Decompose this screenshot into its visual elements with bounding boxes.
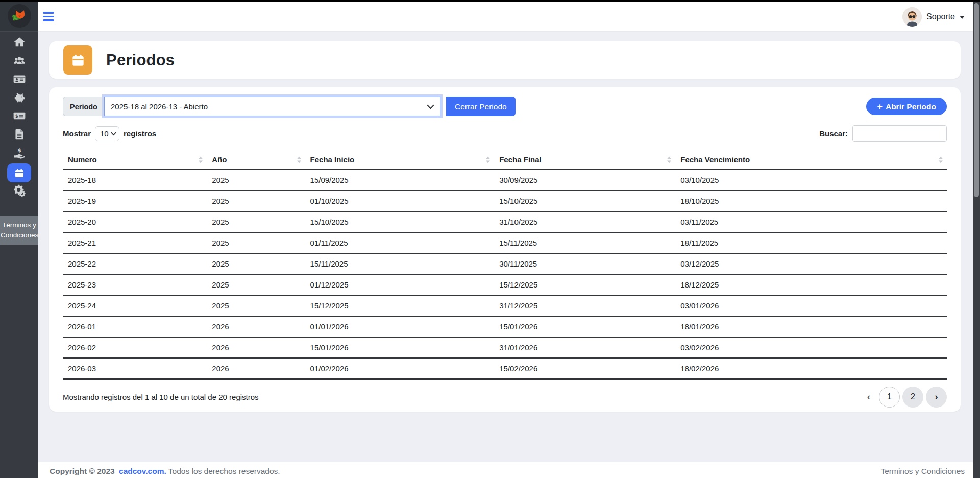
scrollbar-thumb[interactable]	[974, 3, 979, 197]
table-row: 2026-02202615/01/202631/01/202603/02/202…	[63, 337, 947, 358]
plus-icon: +	[877, 102, 883, 111]
table-cell: 31/10/2025	[494, 211, 675, 232]
pagination-prev-button[interactable]: ‹	[861, 387, 876, 408]
page-footer: Copyright © 2023 cadcov.com. Todos los d…	[38, 462, 980, 478]
table-cell: 01/12/2025	[305, 274, 495, 295]
table-cell: 2025	[207, 253, 305, 274]
period-select[interactable]: 2025-18 al 2026-13 - Abierto	[104, 97, 440, 116]
table-cell: 2025-22	[63, 253, 207, 274]
table-cell: 2025	[207, 211, 305, 232]
table-cell: 18/12/2025	[675, 274, 947, 295]
sidebar-item-payments[interactable]: $	[0, 110, 38, 124]
table-row: 2025-22202515/11/202530/11/202503/12/202…	[63, 253, 947, 274]
pagination-next-button[interactable]: ›	[926, 387, 947, 408]
table-cell: 15/01/2026	[494, 316, 675, 337]
table-cell: 2025-24	[63, 295, 207, 316]
table-cell: 2026-02	[63, 337, 207, 358]
pagination-page-1[interactable]: 1	[879, 387, 900, 408]
top-navbar: Soporte	[38, 2, 980, 32]
table-cell: 2026	[207, 316, 305, 337]
table-cell: 18/10/2025	[675, 190, 947, 211]
table-cell: 2025-20	[63, 211, 207, 232]
pagination-page-2[interactable]: 2	[902, 387, 923, 408]
table-header-row: Numero Año Fecha Inicio Fecha Final	[63, 150, 947, 170]
records-label: registros	[124, 129, 156, 138]
table-cell: 18/02/2026	[675, 358, 947, 379]
sort-icon	[486, 156, 490, 163]
page-scrollbar[interactable]	[973, 0, 980, 478]
table-cell: 03/01/2026	[675, 295, 947, 316]
period-selector-row: Periodo 2025-18 al 2026-13 - Abierto Cer…	[63, 97, 947, 116]
calendar-icon	[63, 45, 92, 75]
sidebar-item-home[interactable]	[0, 37, 38, 50]
table-cell: 2025	[207, 190, 305, 211]
search-input[interactable]	[852, 125, 947, 142]
piggy-bank-icon	[13, 91, 26, 106]
table-row: 2026-01202601/01/202615/01/202618/01/202…	[63, 316, 947, 337]
sort-icon	[667, 156, 671, 163]
column-header-ano[interactable]: Año	[207, 150, 305, 170]
table-cell: 2026-01	[63, 316, 207, 337]
table-cell: 31/01/2026	[494, 337, 675, 358]
window-top-edge	[0, 0, 980, 2]
page-title: Periodos	[106, 51, 175, 69]
table-row: 2025-19202501/10/202515/10/202518/10/202…	[63, 190, 947, 211]
show-label: Mostrar	[63, 129, 91, 138]
svg-text:$: $	[15, 114, 18, 119]
brand-logo[interactable]	[0, 0, 38, 32]
fox-money-logo-icon	[8, 4, 31, 28]
table-cell: 15/11/2025	[305, 253, 495, 274]
sidebar-item-savings[interactable]	[0, 92, 38, 105]
table-cell: 01/11/2025	[305, 232, 495, 253]
page-size-select[interactable]: 10	[95, 126, 119, 141]
user-dropdown[interactable]: Soporte	[902, 7, 965, 27]
close-period-button[interactable]: Cerrar Periodo	[446, 97, 516, 116]
column-header-fecha-vencimiento[interactable]: Fecha Vencimiento	[675, 150, 947, 170]
page-size-select-wrap: 10	[95, 126, 119, 141]
open-period-button[interactable]: + Abrir Periodo	[866, 98, 947, 115]
sidebar-item-settings[interactable]	[0, 185, 38, 198]
table-cell: 15/01/2026	[305, 337, 495, 358]
column-header-numero[interactable]: Numero	[63, 150, 207, 170]
periods-card: Periodo 2025-18 al 2026-13 - Abierto Cer…	[49, 87, 961, 412]
table-row: 2025-24202515/12/202531/12/202503/01/202…	[63, 295, 947, 316]
cadcov-link[interactable]: cadcov.com.	[119, 467, 166, 475]
column-header-fecha-final[interactable]: Fecha Final	[494, 150, 675, 170]
sidebar-item-loans[interactable]: $	[0, 147, 38, 160]
sidebar-item-documents[interactable]	[0, 129, 38, 142]
app-window: $	[0, 0, 980, 478]
table-cell: 15/12/2025	[305, 295, 495, 316]
sidebar: $	[0, 0, 38, 478]
table-footer: Mostrando registros del 1 al 10 de un to…	[63, 387, 947, 408]
sort-icon	[297, 156, 301, 163]
menu-icon[interactable]	[43, 8, 60, 26]
table-cell: 2026	[207, 337, 305, 358]
table-cell: 15/10/2025	[494, 190, 675, 211]
search-label: Buscar:	[819, 129, 848, 138]
sidebar-item-periods[interactable]	[0, 163, 38, 182]
table-cell: 15/10/2025	[305, 211, 495, 232]
money-check-icon: $	[13, 109, 26, 125]
document-icon	[13, 128, 26, 143]
table-cell: 30/11/2025	[494, 253, 675, 274]
table-cell: 15/11/2025	[494, 232, 675, 253]
sidebar-item-id-card[interactable]	[0, 74, 38, 87]
table-cell: 01/02/2026	[305, 358, 495, 379]
table-cell: 18/01/2026	[675, 316, 947, 337]
users-icon	[13, 54, 26, 69]
records-info: Mostrando registros del 1 al 10 de un to…	[63, 393, 259, 401]
table-row: 2026-03202601/02/202615/02/202618/02/202…	[63, 358, 947, 379]
table-cell: 2025-18	[63, 170, 207, 190]
table-cell: 15/02/2026	[494, 358, 675, 379]
table-row: 2025-18202515/09/202530/09/202503/10/202…	[63, 170, 947, 190]
footer-terms-link[interactable]: Terminos y Condiciones	[880, 467, 965, 476]
column-header-fecha-inicio[interactable]: Fecha Inicio	[305, 150, 495, 170]
table-cell: 18/11/2025	[675, 232, 947, 253]
table-cell: 2025	[207, 295, 305, 316]
user-name: Soporte	[926, 12, 955, 21]
sidebar-terms-link[interactable]: Términos y Condiciones	[0, 216, 38, 245]
sidebar-item-users[interactable]	[0, 55, 38, 68]
sort-icon	[939, 156, 943, 163]
table-cell: 03/11/2025	[675, 211, 947, 232]
table-cell: 30/09/2025	[494, 170, 675, 190]
